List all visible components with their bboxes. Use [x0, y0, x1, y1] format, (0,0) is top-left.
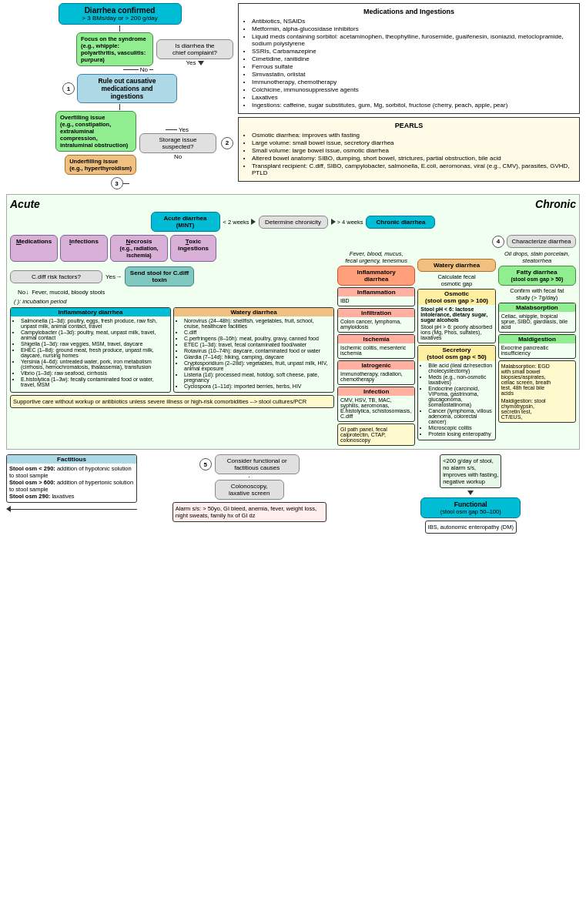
- colonoscopy-text: Colonoscopy, laxative screen: [219, 483, 280, 497]
- storage-issue-text: Storage issue suspected?: [144, 136, 212, 150]
- step5-circle: 5: [199, 458, 212, 470]
- meds-item: Laxatives: [252, 94, 575, 101]
- infection-chronic-title: Infection: [338, 387, 414, 396]
- meds-title: Medications and Ingestions: [243, 8, 575, 15]
- medications-text: Medications: [15, 238, 53, 245]
- alarm-ss-text: Alarm s/s: > 50yo, GI bleed, anemia, fev…: [176, 505, 323, 519]
- determine-chronicity-text: Determine chronicity: [263, 219, 323, 226]
- diarrhea-criteria: > 3 BMs/day or > 200 g/day: [63, 15, 177, 22]
- malabsorption-title: Malabsorption: [499, 303, 575, 312]
- acute-label: Acute: [10, 198, 40, 210]
- inflammatory-workup-text: GI path panel, fecal calprotectin, CTAP,…: [340, 427, 412, 443]
- meds-item: Metformin, alpha-glucosidase inhibitors: [252, 25, 575, 32]
- meds-item: SSRIs, Carbamazepine: [252, 48, 575, 55]
- medications-box: Medications: [10, 235, 58, 262]
- inflammatory-item: E.histolytica (1–3w): fecally contaminat…: [21, 377, 168, 387]
- watery-item: Norovirus (24–48h): shellfish, vegetable…: [184, 318, 331, 329]
- inflammatory-item: Yersinia (4–6d): untreated water, pork, …: [21, 359, 168, 370]
- inflammatory-item: Shigella (1–3d): raw veggies, MSM, trave…: [21, 341, 168, 346]
- factitious-title: Factitious: [7, 455, 136, 464]
- functional-body-text: IBS, autonomic enteropathy (DM): [428, 524, 514, 531]
- infiltration-box: Infiltration Colon cancer, lymphoma, amy…: [337, 308, 415, 333]
- watery-diarrhea-detail-box: Watery diarrhea Norovirus (24–48h): shel…: [173, 307, 334, 393]
- step2-circle: 2: [221, 137, 233, 149]
- infection-chronic-box: Infection CMV, HSV, TB, MAC, syphilis, a…: [337, 387, 415, 422]
- rule-out-box: Rule out causative medications and inges…: [77, 74, 177, 103]
- secretory-item: Meds (e.g., non-osmotic laxatives): [428, 374, 492, 385]
- toxic-ingestions-box: Toxicingestions: [170, 235, 216, 262]
- chronic-diarrhea-text: Chronic diarrhea: [370, 219, 430, 226]
- underfilling-text: Underfilling issue(e.g., hyperthyroidism…: [69, 158, 132, 172]
- meds-item: Immunotherapy, chemotherapy: [252, 79, 575, 85]
- osmotic-title: Osmotic(stool osm gap > 100): [418, 290, 494, 305]
- chronic-inflammatory-box: Inflammatorydiarrhea: [337, 266, 415, 286]
- step5-box: Consider functional or factitious causes: [215, 454, 300, 474]
- inflammatory-item: Salmonella (1–3d): poultry, eggs, fresh …: [21, 318, 168, 329]
- inflammatory-item: Campylobacter (1–3d): poultry, meat, unp…: [21, 330, 168, 340]
- meds-item: Ferrous sulfate: [252, 63, 575, 70]
- page-content: Diarrhea confirmed > 3 BMs/day or > 200 …: [3, 0, 583, 537]
- diarrhea-confirmed-title: Diarrhea confirmed: [63, 6, 177, 15]
- pearls-list: Osmotic diarrhea: improves with fasting …: [243, 132, 575, 176]
- overfilling-box: Overfilling issue(e.g., constipation, ex…: [55, 111, 136, 152]
- pearls-item: Osmotic diarrhea: improves with fasting: [252, 132, 575, 139]
- chronic-fatty-text: Fatty diarrhea(stool osm gap > 50): [503, 269, 571, 283]
- watery-item: Cyclospora (1–11d): imported berries, he…: [184, 383, 331, 389]
- acute-diarrhea-text: Acute diarrhea(MINT): [156, 215, 216, 229]
- confirm-fecal-text: Confirm with fecal fatstudy (> 7g/day): [498, 287, 576, 301]
- chronic-watery-text: Watery diarrhea: [422, 262, 491, 269]
- characterize-text: Characterize diarrhea: [511, 238, 571, 245]
- watery-item: Giardia (7–14d): hiking, camping, daycar…: [184, 354, 331, 360]
- factitious-body: Stool osm < 290: addition of hypotonic s…: [9, 465, 134, 500]
- inflammation-box: Inflammation IBD: [337, 287, 415, 306]
- meds-item: Cimetidine, ranitidine: [252, 55, 575, 62]
- inflammatory-workup-box: GI path panel, fecal calprotectin, CTAP,…: [337, 424, 415, 446]
- send-stool-text: Send stool for C.diff toxin: [129, 270, 189, 283]
- step3-circle: 3: [111, 177, 123, 189]
- pearls-title: PEARLS: [243, 122, 575, 129]
- send-stool-box: Send stool for C.diff toxin: [125, 266, 194, 286]
- secretory-item: Bile acid (ileal dz/resection cholecyste…: [428, 363, 492, 373]
- functional-box: Functional (stool osm gap 50–100): [420, 497, 521, 518]
- iatrogenic-body: Immunotherapy, radiation, chemotherapy: [340, 371, 412, 382]
- maldigestion-body: Exocrine pancreatic insufficiency: [501, 345, 573, 356]
- watery-item: ETEC (1–3d): travel, fecal contaminated …: [184, 342, 331, 347]
- chronic-fatty-box: Fatty diarrhea(stool osm gap > 50): [498, 266, 576, 286]
- calc-osmotic-text: Calculate fecalosmotic gap: [417, 273, 495, 287]
- secretory-item: Endocrine (carcinoid, VIPoma, gastrinoma…: [428, 386, 492, 407]
- ischemia-title: Ischemia: [338, 335, 414, 343]
- colonoscopy-box: Colonoscopy, laxative screen: [215, 480, 284, 500]
- factitious-box: Factitious Stool osm < 290: addition of …: [6, 454, 137, 503]
- supportive-care-box: Supportive care without workup or antibi…: [10, 395, 334, 408]
- inflammation-body: IBD: [340, 298, 412, 303]
- pearls-box: PEARLS Osmotic diarrhea: improves with f…: [238, 117, 580, 182]
- secretory-list: Bile acid (ileal dz/resection cholecyste…: [420, 363, 492, 437]
- meds-item: Colchicine, immunosuppressive agents: [252, 86, 575, 93]
- pearls-item: Altered bowel anatomy: SIBO, dumping, sh…: [252, 155, 575, 162]
- meds-item: Ingestions: caffeine, sugar substitutes,…: [252, 102, 575, 109]
- inflammatory-diarrhea-detail-title: Inflammatory diarrhea: [11, 308, 170, 316]
- inflammatory-item: EHEC (1–8d): ground meat, fresh produce,…: [21, 347, 168, 358]
- necrosis-text: Necrosis(e.g., radiation, ischemia): [115, 238, 163, 259]
- chief-complaint-diamond: Is diarrhea the chief complaint?: [156, 39, 233, 59]
- malabsorption-body: Celiac, whipple, tropical sprue, SIBO, g…: [501, 313, 573, 330]
- watery-item: Rotavirus (10–74h): daycare, contaminate…: [184, 348, 331, 353]
- iatrogenic-box: Iatrogenic Immunotherapy, radiation, che…: [337, 360, 415, 385]
- chronic-inflammatory-text: Inflammatorydiarrhea: [342, 269, 410, 283]
- osmotic-ph-low: Stool pH < 6: lactose intolerance, dieta…: [420, 306, 492, 323]
- meds-item: Simvastatin, orlistat: [252, 71, 575, 78]
- fatty-workup-box: Malabsorption: EGD with small bowel biop…: [498, 360, 576, 423]
- malabsorption-box: Malabsorption Celiac, whipple, tropical …: [498, 303, 576, 333]
- secretory-item: Microscopic colitis: [428, 425, 492, 430]
- watery-item: Listeria (1d): processed meat, hotdog, s…: [184, 372, 331, 383]
- secretory-box: Secretory(stool osm gap < 50) Bile acid …: [417, 345, 495, 440]
- watery-spacer: [417, 250, 495, 257]
- chronic-diarrhea-box: Chronic diarrhea: [366, 216, 435, 229]
- less-2-weeks: < 2 weeks: [223, 219, 249, 226]
- characterize-box: Characterize diarrhea: [507, 235, 576, 248]
- condition-text: <200 g/day of stool, no alarm s/s, impro…: [443, 457, 498, 485]
- maldigestion-workup: Maldigestion: stool chymotrypsin, secret…: [501, 398, 573, 420]
- inflammatory-trigger: Fever, blood, mucus,fecal urgency, tenes…: [337, 250, 415, 264]
- diarrhea-confirmed-box: Diarrhea confirmed > 3 BMs/day or > 200 …: [59, 3, 182, 25]
- toxic-ingestions-text: Toxicingestions: [175, 238, 212, 252]
